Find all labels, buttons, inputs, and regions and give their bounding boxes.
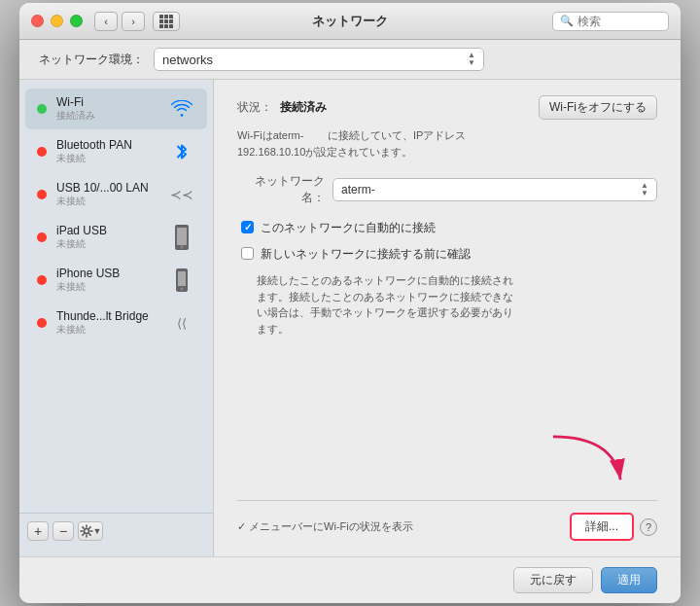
item-name-wifi: Wi-Fi: [56, 95, 158, 109]
sidebar-bottom: + − ▼: [19, 513, 213, 549]
wifi-icon: [168, 95, 195, 123]
auto-connect-row[interactable]: ✓ このネットワークに自動的に接続: [237, 220, 657, 236]
titlebar: ‹ › ネットワーク 🔍: [19, 3, 681, 40]
auto-connect-label: このネットワークに自動的に接続: [261, 220, 436, 236]
item-text: Bluetooth PAN 未接続: [56, 138, 158, 165]
add-button[interactable]: +: [27, 521, 49, 541]
svg-point-5: [181, 288, 184, 291]
back-button[interactable]: ‹: [94, 12, 118, 31]
network-name-row: ネットワーク名： aterm- ▲▼: [237, 173, 657, 206]
gear-button[interactable]: ▼: [78, 521, 103, 541]
window-title: ネットワーク: [312, 13, 388, 30]
thunderbolt-arrows-icon: ⟨⟨: [168, 309, 195, 337]
remove-button[interactable]: −: [52, 521, 74, 541]
main-content: Wi-Fi 接続済み Bluetooth PAN 未接続: [19, 80, 681, 556]
system-preferences-window: ‹ › ネットワーク 🔍 ネットワーク環境： networks ▲ ▼: [19, 3, 681, 603]
sidebar: Wi-Fi 接続済み Bluetooth PAN 未接続: [19, 80, 214, 556]
nav-buttons: ‹ ›: [94, 12, 180, 31]
env-value: networks: [162, 53, 213, 67]
svg-rect-1: [177, 228, 187, 245]
ipad-device-icon: [168, 224, 195, 251]
detail-button[interactable]: 詳細...: [570, 513, 634, 541]
bluetooth-icon: [168, 138, 195, 165]
action-buttons: 元に戻す 適用: [19, 556, 681, 603]
item-name-usb10: USB 10/...00 LAN: [56, 181, 158, 195]
status-label: 状況：: [237, 99, 272, 116]
gear-chevron: ▼: [93, 526, 102, 536]
item-name-iphone: iPhone USB: [56, 267, 158, 280]
toolbar: ネットワーク環境： networks ▲ ▼: [19, 40, 681, 80]
maximize-button[interactable]: [70, 15, 83, 27]
sidebar-item-iphone[interactable]: iPhone USB 未接続: [25, 260, 207, 301]
svg-rect-4: [178, 271, 186, 286]
status-row: 状況： 接続済み Wi-Fiをオフにする: [237, 95, 657, 120]
help-button[interactable]: ?: [640, 518, 657, 536]
status-dot-red: [37, 232, 47, 242]
iphone-device-icon: [168, 267, 195, 294]
search-box[interactable]: 🔍: [552, 12, 669, 31]
item-text: Thunde...lt Bridge 未接続: [56, 309, 158, 337]
confirm-row[interactable]: 新しいネットワークに接続する前に確認: [237, 246, 657, 263]
env-label: ネットワーク環境：: [39, 52, 144, 68]
revert-button[interactable]: 元に戻す: [513, 567, 593, 593]
item-text: iPhone USB 未接続: [56, 267, 158, 294]
search-icon: 🔍: [560, 15, 574, 27]
wifi-off-button[interactable]: Wi-Fiをオフにする: [539, 95, 657, 120]
traffic-lights: [31, 15, 83, 27]
detail-panel-wrapper: 状況： 接続済み Wi-Fiをオフにする Wi-Fiはaterm- に接続してい…: [214, 80, 681, 556]
confirm-description: 接続したことのあるネットワークに自動的に接続され ます。接続したことのあるネット…: [237, 272, 657, 337]
item-status-bluetooth: 未接続: [56, 152, 158, 165]
item-status-usb10: 未接続: [56, 195, 158, 208]
item-text: iPad USB 未接続: [56, 224, 158, 251]
grid-icon: [159, 15, 173, 28]
sidebar-item-bluetooth[interactable]: Bluetooth PAN 未接続: [25, 131, 207, 172]
sidebar-item-wifi[interactable]: Wi-Fi 接続済み: [25, 89, 207, 129]
menubar-label: ✓ メニューバーにWi-Fiの状況を表示: [237, 519, 413, 534]
network-name-value: aterm-: [341, 183, 401, 196]
confirm-label: 新しいネットワークに接続する前に確認: [261, 246, 471, 263]
forward-button[interactable]: ›: [122, 12, 145, 31]
status-dot-red: [37, 318, 47, 328]
grid-button[interactable]: [153, 12, 180, 31]
svg-point-6: [84, 529, 88, 534]
item-status-iphone: 未接続: [56, 280, 158, 294]
status-value: 接続済み: [280, 99, 327, 116]
item-status-ipad: 未接続: [56, 237, 158, 251]
item-text: Wi-Fi 接続済み: [56, 95, 158, 123]
confirm-checkbox[interactable]: [241, 247, 254, 260]
auto-connect-checkbox[interactable]: ✓: [241, 221, 254, 233]
sidebar-item-thunderbolt[interactable]: Thunde...lt Bridge 未接続 ⟨⟨: [25, 303, 207, 343]
item-name-bluetooth: Bluetooth PAN: [56, 138, 158, 152]
bottom-bar: ✓ メニューバーにWi-Fiの状況を表示 詳細... ?: [237, 500, 657, 541]
detail-panel: 状況： 接続済み Wi-Fiをオフにする Wi-Fiはaterm- に接続してい…: [214, 80, 681, 556]
select-arrows-icon: ▲ ▼: [468, 52, 475, 67]
environment-select[interactable]: networks ▲ ▼: [154, 48, 484, 71]
status-dot-red: [37, 147, 47, 157]
item-name-ipad: iPad USB: [56, 224, 158, 237]
menubar-check[interactable]: ✓ メニューバーにWi-Fiの状況を表示: [237, 519, 413, 534]
sidebar-item-usb10[interactable]: USB 10/...00 LAN 未接続 ≺≺: [25, 174, 207, 215]
minimize-button[interactable]: [51, 15, 63, 27]
usb10-arrows-icon: ≺≺: [168, 181, 195, 208]
item-status-thunderbolt: 未接続: [56, 323, 158, 337]
svg-point-2: [181, 246, 184, 249]
close-button[interactable]: [31, 15, 44, 27]
network-select-arrows-icon: ▲▼: [641, 182, 648, 197]
status-dot-green: [37, 104, 47, 114]
status-dot-red: [37, 275, 47, 285]
sidebar-item-ipad[interactable]: iPad USB 未接続: [25, 217, 207, 258]
search-input[interactable]: [578, 15, 655, 28]
network-name-input[interactable]: aterm- ▲▼: [332, 178, 657, 201]
status-description: Wi-Fiはaterm- に接続していて、IPアドレス 192.168.10.1…: [237, 127, 657, 160]
status-dot-red: [37, 190, 47, 199]
item-text: USB 10/...00 LAN 未接続: [56, 181, 158, 208]
item-name-thunderbolt: Thunde...lt Bridge: [56, 309, 158, 323]
item-status-wifi: 接続済み: [56, 109, 158, 123]
network-name-label: ネットワーク名：: [237, 173, 325, 206]
apply-button[interactable]: 適用: [601, 567, 657, 593]
